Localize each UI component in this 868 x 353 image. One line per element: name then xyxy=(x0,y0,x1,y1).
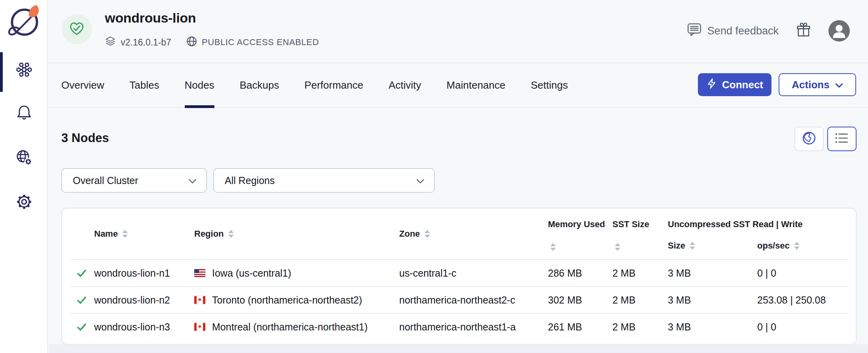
region-select[interactable]: All Regions xyxy=(213,168,435,193)
connect-label: Connect xyxy=(722,79,763,91)
sst-size-cell: 2 MB xyxy=(612,294,668,306)
cluster-header: wondrous-lion v2.16.0.1-b7 xyxy=(49,0,868,63)
uncompressed-group-header: Uncompressed SST Read | Write Size o xyxy=(668,209,856,259)
region-flag-icon xyxy=(194,296,205,304)
sidebar-item-alerts[interactable] xyxy=(0,94,48,132)
sort-by-ops[interactable]: ops/sec xyxy=(757,241,856,251)
nodes-content: 3 Nodes xyxy=(49,108,868,353)
uncompressed-group-label: Uncompressed SST Read | Write xyxy=(668,219,856,230)
node-name-cell: wondrous-lion-n1 xyxy=(94,268,194,279)
sidebar-item-settings[interactable] xyxy=(0,184,48,222)
node-region-cell: Montreal (northamerica-northeast1) xyxy=(212,321,368,333)
cluster-meta-row: v2.16.0.1-b7 PUBLIC ACCESS ENABLED xyxy=(105,36,319,49)
sort-by-region[interactable]: Region xyxy=(194,229,234,239)
lightning-icon xyxy=(706,78,717,92)
zone-column-label: Zone xyxy=(399,229,420,239)
user-avatar[interactable] xyxy=(828,20,850,42)
actions-button[interactable]: Actions xyxy=(779,73,856,96)
sort-icon xyxy=(122,230,128,238)
map-view-toggle[interactable] xyxy=(794,127,824,151)
tab-tables[interactable]: Tables xyxy=(129,63,159,107)
sst-size-cell: 2 MB xyxy=(612,321,668,333)
read-write-ops-cell: 253.08 | 250.08 xyxy=(757,294,856,306)
globe-gear-icon xyxy=(15,148,34,169)
view-toggle-group xyxy=(794,127,857,151)
node-region-cell: Toronto (northamerica-northeast2) xyxy=(212,294,362,306)
node-status-icon xyxy=(62,322,94,332)
sort-icon xyxy=(228,230,234,238)
sort-by-uncompressed-size[interactable]: Size xyxy=(668,241,757,251)
send-feedback-label: Send feedback xyxy=(707,25,779,37)
tab-nodes[interactable]: Nodes xyxy=(185,63,214,107)
node-region-cell: Iowa (us-central1) xyxy=(212,268,291,279)
bell-icon xyxy=(15,103,33,123)
node-status-icon xyxy=(62,295,94,306)
sidebar-item-network[interactable] xyxy=(0,139,48,177)
public-access-label: PUBLIC ACCESS ENABLED xyxy=(202,37,319,47)
sort-icon xyxy=(615,243,668,251)
region-flag-icon xyxy=(194,269,205,277)
sst-size-column-label: SST Size xyxy=(612,219,668,230)
list-icon xyxy=(834,132,849,146)
sort-icon xyxy=(425,230,430,238)
gear-icon xyxy=(15,193,33,213)
actions-label: Actions xyxy=(792,79,829,91)
node-name-cell: wondrous-lion-n2 xyxy=(94,294,194,306)
sort-by-memory[interactable]: Memory Used xyxy=(548,209,612,259)
health-status-badge xyxy=(62,14,92,44)
node-name-cell: wondrous-lion-n3 xyxy=(94,321,194,333)
table-row: wondrous-lion-n2 Toronto (northamerica-n… xyxy=(62,287,856,313)
layers-icon xyxy=(105,36,116,49)
nodes-count-title: 3 Nodes xyxy=(61,131,109,145)
tab-backups[interactable]: Backups xyxy=(240,63,279,107)
main-area: wondrous-lion v2.16.0.1-b7 xyxy=(49,0,868,353)
memory-used-cell: 261 MB xyxy=(548,321,612,333)
app-root: wondrous-lion v2.16.0.1-b7 xyxy=(0,0,868,353)
name-column-label: Name xyxy=(94,229,118,239)
filters-row: Overall Cluster All Regions xyxy=(61,168,435,193)
planet-logo-icon[interactable] xyxy=(5,3,43,40)
tab-maintenance[interactable]: Maintenance xyxy=(447,63,506,107)
read-write-ops-cell: 0 | 0 xyxy=(757,268,856,279)
list-view-toggle[interactable] xyxy=(827,127,857,151)
globe-map-icon xyxy=(801,130,817,148)
nodes-table-card: Name Region Zone xyxy=(61,208,857,345)
feedback-bubble-icon xyxy=(686,22,702,40)
table-row: wondrous-lion-n3 Montreal (northamerica-… xyxy=(62,314,856,340)
region-select-value: All Regions xyxy=(225,175,275,186)
tab-performance[interactable]: Performance xyxy=(304,63,363,107)
sort-icon xyxy=(550,243,612,251)
status-column-header xyxy=(62,209,94,259)
public-globe-icon xyxy=(186,36,197,49)
region-column-label: Region xyxy=(194,229,224,239)
gift-icon xyxy=(795,22,812,40)
size-column-label: Size xyxy=(668,241,685,251)
sort-by-zone[interactable]: Zone xyxy=(399,229,430,239)
chevron-down-icon xyxy=(835,79,843,91)
tab-settings[interactable]: Settings xyxy=(531,63,568,107)
sidebar xyxy=(0,0,48,353)
sort-by-sst-size[interactable]: SST Size xyxy=(612,209,668,259)
tab-overview[interactable]: Overview xyxy=(61,63,104,107)
sort-by-name[interactable]: Name xyxy=(94,229,128,239)
cluster-scope-value: Overall Cluster xyxy=(73,175,138,186)
memory-used-cell: 302 MB xyxy=(548,294,612,306)
tab-activity[interactable]: Activity xyxy=(389,63,421,107)
uncompressed-size-cell: 3 MB xyxy=(668,321,757,333)
node-status-icon xyxy=(62,268,94,279)
gift-button[interactable] xyxy=(795,22,812,40)
connect-button[interactable]: Connect xyxy=(698,73,771,96)
cluster-scope-select[interactable]: Overall Cluster xyxy=(61,168,207,193)
chevron-down-icon xyxy=(416,175,425,186)
send-feedback-button[interactable]: Send feedback xyxy=(686,22,779,40)
table-header-row: Name Region Zone xyxy=(62,209,856,259)
table-row: wondrous-lion-n1 Iowa (us-central1) us-c… xyxy=(62,260,856,286)
sidebar-item-clusters[interactable] xyxy=(0,51,48,89)
header-actions: Send feedback xyxy=(686,20,850,42)
node-zone-cell: northamerica-northeast2-c xyxy=(399,294,548,306)
cluster-name-title: wondrous-lion xyxy=(105,10,196,26)
cluster-hub-icon xyxy=(15,61,33,80)
chevron-down-icon xyxy=(188,175,197,186)
uncompressed-size-cell: 3 MB xyxy=(668,268,757,279)
region-flag-icon xyxy=(194,323,205,331)
